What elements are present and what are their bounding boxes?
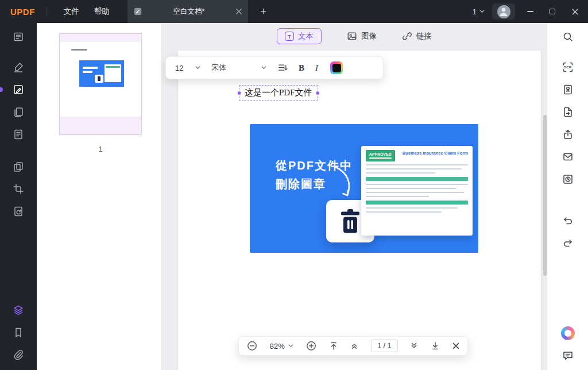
go-top-button[interactable] (329, 341, 338, 350)
maximize-button[interactable] (545, 4, 560, 19)
titlebar-divider (47, 7, 47, 16)
new-tab-button[interactable]: + (256, 4, 271, 19)
link-icon (402, 31, 412, 41)
tab-count-dropdown[interactable]: 1 (473, 7, 485, 16)
titlebar-right-group: 1 (473, 3, 588, 20)
zoom-level-select[interactable]: 82% (270, 342, 293, 350)
search-button[interactable] (557, 26, 579, 47)
paperclip-icon (13, 349, 24, 361)
form-line (366, 168, 462, 169)
page-down-button[interactable] (409, 341, 419, 350)
redo-icon (562, 237, 574, 249)
mini-headline-line (83, 71, 92, 73)
edit-pdf-button[interactable] (7, 79, 29, 100)
form-header: APPROVED Business Insurance Claim Form (366, 150, 468, 161)
crop-button[interactable] (7, 179, 29, 199)
minimize-button[interactable] (523, 4, 537, 19)
minimize-icon (527, 11, 533, 12)
page-stamp-icon (562, 84, 574, 95)
edit-icon (13, 84, 24, 95)
feedback-icon (562, 350, 574, 361)
user-avatar[interactable] (492, 3, 515, 20)
undo-button[interactable] (557, 210, 579, 231)
document-area: 文本 图像 链接 这是一个PDF文件 從PDF文件中 刪除圖章 (162, 23, 547, 370)
page-number-input[interactable]: 1 / 1 (371, 340, 397, 352)
export-page-button[interactable] (557, 102, 579, 122)
tab-image[interactable]: 图像 (347, 31, 377, 41)
insurance-form-card: APPROVED Business Insurance Claim Form (361, 146, 473, 236)
history-button[interactable] (557, 169, 579, 190)
bold-button[interactable]: B (299, 63, 304, 73)
zoom-in-button[interactable] (305, 340, 317, 352)
layers-button[interactable] (7, 300, 29, 321)
pages-icon (13, 161, 24, 172)
certify-button[interactable] (557, 79, 579, 100)
document-tab[interactable]: 空白文档* (127, 0, 248, 23)
layers-icon (13, 305, 24, 316)
chevron-down-icon (288, 344, 293, 348)
reader-mode-button[interactable] (7, 26, 29, 47)
text-format-toolbar: 12 宋体 B I (165, 56, 384, 79)
approved-stamp: APPROVED (366, 150, 395, 161)
pdf-page[interactable]: 这是一个PDF文件 從PDF文件中 刪除圖章 APPROVED Business… (178, 51, 541, 370)
italic-button[interactable]: I (315, 63, 318, 73)
promo-image[interactable]: 從PDF文件中 刪除圖章 APPROVED Business Insurance… (250, 124, 478, 253)
active-indicator (0, 87, 3, 92)
font-family-value: 宋体 (211, 63, 226, 73)
page-up-button[interactable] (350, 341, 359, 350)
font-family-select[interactable]: 宋体 (211, 63, 266, 73)
close-view-bar-button[interactable] (452, 342, 460, 350)
feedback-button[interactable] (557, 345, 579, 366)
zoom-out-icon (246, 340, 258, 352)
comment-button[interactable] (7, 57, 29, 78)
text-object-content: 这是一个PDF文件 (245, 88, 312, 97)
go-bottom-icon (431, 341, 440, 350)
go-bottom-button[interactable] (431, 341, 440, 350)
mini-trash-card (95, 75, 103, 83)
line-spacing-icon (277, 63, 288, 73)
convert-button[interactable] (7, 201, 29, 222)
ai-assistant-button[interactable] (557, 323, 579, 344)
bookmark-button[interactable] (7, 322, 29, 343)
line-spacing-button[interactable] (277, 63, 288, 73)
attachment-button[interactable] (7, 345, 29, 365)
extract-pages-button[interactable] (7, 156, 29, 177)
ocr-button[interactable]: OCR (557, 57, 579, 78)
zoom-out-button[interactable] (246, 340, 258, 352)
chevron-down-icon (479, 10, 485, 13)
menu-help[interactable]: 帮助 (87, 0, 117, 23)
selected-text-object[interactable]: 这是一个PDF文件 (239, 85, 318, 101)
form-line (366, 164, 468, 165)
convert-icon (13, 206, 24, 217)
form-line (366, 184, 468, 185)
tab-text[interactable]: 文本 (277, 28, 322, 44)
email-button[interactable] (557, 147, 579, 167)
organize-icon (13, 106, 24, 118)
mail-icon (562, 151, 574, 163)
organize-pages-button[interactable] (7, 102, 29, 122)
chevron-down-icon (195, 66, 200, 70)
form-line (366, 211, 442, 213)
redo-button[interactable] (557, 233, 579, 253)
thumbnail-panel: 1 (37, 23, 162, 370)
history-clock-icon (562, 174, 574, 185)
window-close-button[interactable] (567, 4, 582, 19)
menu-file[interactable]: 文件 (56, 0, 87, 23)
share-button[interactable] (557, 124, 579, 145)
approved-stamp-label: APPROVED (369, 152, 392, 156)
page-thumbnail[interactable] (59, 33, 142, 135)
mini-text-line (71, 49, 87, 51)
text-icon (285, 32, 294, 41)
tab-count-value: 1 (473, 7, 477, 16)
tab-image-label: 图像 (361, 31, 377, 41)
form-button[interactable] (7, 124, 29, 145)
font-size-select[interactable]: 12 (175, 64, 200, 72)
page-export-icon (562, 106, 574, 118)
double-chevron-down-icon (409, 341, 419, 350)
tab-link[interactable]: 链接 (402, 31, 432, 41)
font-color-picker[interactable] (330, 61, 343, 74)
tab-text-label: 文本 (298, 31, 314, 41)
zoom-in-icon (305, 340, 317, 352)
bookmark-icon (13, 327, 24, 338)
tab-close-icon[interactable] (235, 8, 242, 15)
